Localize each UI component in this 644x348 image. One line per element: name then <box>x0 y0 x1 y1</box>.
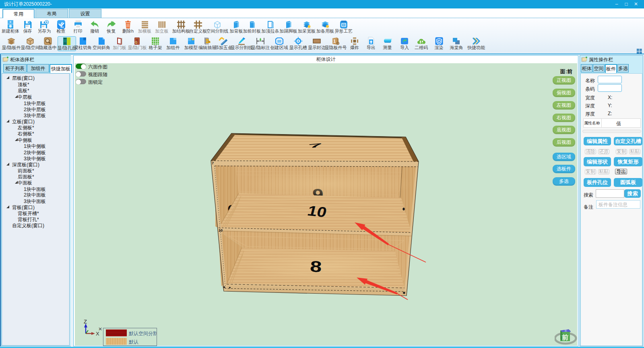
svg-text:10: 10 <box>219 228 223 232</box>
svg-text:Z: Z <box>84 319 87 325</box>
svg-text:顶: 顶 <box>564 329 567 332</box>
svg-text:1: 1 <box>333 39 336 44</box>
svg-text:✕: ✕ <box>98 326 102 332</box>
svg-text:7: 7 <box>212 161 214 165</box>
svg-text:前: 前 <box>561 334 568 341</box>
svg-text:10: 10 <box>306 203 328 220</box>
svg-text:8: 8 <box>310 258 322 276</box>
svg-text:7: 7 <box>308 142 323 149</box>
